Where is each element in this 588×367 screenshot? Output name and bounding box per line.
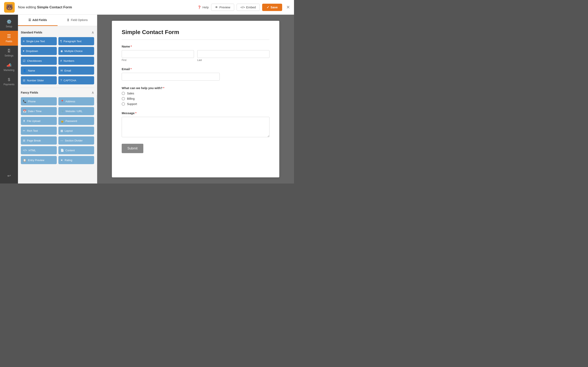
radio-label: What can we help you with?*: [122, 86, 269, 90]
gear-icon: ⚙️: [7, 19, 12, 24]
help-button[interactable]: ❓ Help: [198, 6, 209, 9]
multiple-choice-icon: ◉: [61, 49, 63, 53]
email-required-star: *: [130, 67, 132, 71]
save-button[interactable]: ✓ Save: [262, 4, 282, 11]
name-last-input[interactable]: [197, 50, 269, 58]
name-last-col: Last: [197, 50, 269, 62]
standard-fields-toggle[interactable]: ∧: [91, 30, 94, 35]
field-checkboxes[interactable]: ☑ Checkboxes: [21, 57, 57, 65]
email-input[interactable]: [122, 73, 220, 81]
radio-circle-support: [122, 102, 125, 106]
radio-option-support[interactable]: Support: [122, 102, 269, 106]
tab-add-fields[interactable]: ☰ Add Fields: [18, 15, 58, 26]
logo: 🐻: [4, 2, 15, 13]
settings-icon: 🎛: [7, 49, 11, 53]
field-address[interactable]: 📍 Address: [58, 97, 94, 105]
history-icon: ↩: [7, 173, 11, 178]
radio-required-star: *: [163, 86, 164, 90]
field-rich-text[interactable]: ✏ Rich Text: [21, 127, 57, 135]
field-date-time[interactable]: 📅 Date / Time: [21, 107, 57, 115]
paragraph-icon: ¶: [61, 40, 62, 43]
close-button[interactable]: ✕: [286, 5, 290, 10]
topbar: 🐻 Now editing Simple Contact Form ❓ Help…: [0, 0, 294, 15]
sidebar-item-history[interactable]: ↩: [0, 170, 18, 181]
submit-button[interactable]: Submit: [122, 144, 143, 153]
sidenav: ⚙️ Setup ☰ Fields 🎛 Settings 📣 Marketing…: [0, 15, 18, 184]
dropdown-icon: ▾: [23, 49, 24, 53]
sidebar-item-setup[interactable]: ⚙️ Setup: [0, 16, 18, 31]
message-label: Message*: [122, 111, 269, 115]
message-required-star: *: [135, 111, 136, 115]
help-icon: ❓: [198, 6, 201, 9]
field-file-upload[interactable]: ⬆ File Upload: [21, 117, 57, 125]
marketing-icon: 📣: [7, 63, 12, 68]
fancy-fields-toggle[interactable]: ∧: [91, 90, 94, 95]
upload-icon: ⬆: [23, 119, 25, 123]
embed-button[interactable]: </> Embed: [237, 4, 260, 11]
email-icon: ✉: [61, 69, 63, 72]
radio-group: Sales Billing Support: [122, 92, 269, 106]
form-title: Simple Contact Form: [122, 29, 269, 35]
radio-option-sales[interactable]: Sales: [122, 92, 269, 95]
field-single-line-text[interactable]: ≡ Single Line Text: [21, 37, 57, 45]
field-content[interactable]: 📄 Content: [58, 146, 94, 154]
topbar-actions: ❓ Help 👁 Preview </> Embed ✓ Save ✕: [198, 4, 290, 11]
checkmark-icon: ✓: [267, 6, 269, 9]
name-last-label: Last: [197, 59, 269, 62]
layout-icon: ▦: [61, 129, 63, 132]
sidebar-item-fields[interactable]: ☰ Fields: [0, 31, 18, 46]
form-field-radio: What can we help you with?* Sales Billin…: [122, 86, 269, 106]
field-layout[interactable]: ▦ Layout: [58, 127, 94, 135]
name-first-label: First: [122, 59, 194, 62]
preview-icon: 👁: [215, 6, 218, 9]
tab-field-options[interactable]: 🎛 Field Options: [58, 15, 97, 26]
standard-fields-grid: ≡ Single Line Text ¶ Paragraph Text ▾ Dr…: [21, 37, 94, 84]
standard-fields-header: Standard Fields ∧: [21, 30, 94, 35]
address-icon: 📍: [61, 100, 64, 103]
name-icon: 👤: [23, 69, 26, 72]
sidebar-item-marketing[interactable]: 📣 Marketing: [0, 60, 18, 75]
phone-icon: 📞: [23, 100, 26, 103]
field-html[interactable]: </> HTML: [21, 146, 57, 154]
captcha-icon: ?: [61, 79, 62, 82]
field-phone[interactable]: 📞 Phone: [21, 97, 57, 105]
preview-area: Simple Contact Form Name* First Last: [97, 15, 294, 184]
nav-bottom: ↩: [0, 170, 18, 184]
field-captcha[interactable]: ? CAPTCHA: [58, 76, 94, 84]
slider-icon: ⊟: [23, 79, 25, 82]
field-multiple-choice[interactable]: ◉ Multiple Choice: [58, 47, 94, 55]
form-divider: [122, 40, 269, 40]
rating-icon: ★: [61, 158, 63, 162]
field-page-break[interactable]: ⊞ Page Break: [21, 136, 57, 145]
panel-collapse-handle[interactable]: ‹: [96, 95, 97, 103]
checkboxes-icon: ☑: [23, 59, 26, 62]
field-password[interactable]: 🔒 Password: [58, 117, 94, 125]
field-website-url[interactable]: 🔗 Website / URL: [58, 107, 94, 115]
field-paragraph-text[interactable]: ¶ Paragraph Text: [58, 37, 94, 45]
page-break-icon: ⊞: [23, 139, 25, 142]
sidebar-item-fields-label: Fields: [6, 40, 12, 43]
sidebar-item-payments-label: Payments: [3, 83, 14, 86]
embed-icon: </>: [241, 6, 245, 9]
name-first-col: First: [122, 50, 194, 62]
field-email[interactable]: ✉ Email: [58, 67, 94, 75]
radio-circle-billing: [122, 97, 125, 100]
entry-preview-icon: 📋: [23, 158, 26, 162]
sidebar-item-settings[interactable]: 🎛 Settings: [0, 46, 18, 60]
name-first-input[interactable]: [122, 50, 194, 58]
sidebar-item-payments[interactable]: $ Payments: [0, 75, 18, 89]
datetime-icon: 📅: [23, 109, 26, 113]
field-name[interactable]: 👤 Name: [21, 67, 57, 75]
rich-text-icon: ✏: [23, 129, 25, 132]
field-entry-preview[interactable]: 📋 Entry Preview: [21, 156, 57, 164]
field-rating[interactable]: ★ Rating: [58, 156, 94, 164]
payments-icon: $: [8, 77, 10, 82]
field-number-slider[interactable]: ⊟ Number Slider: [21, 76, 57, 84]
message-textarea[interactable]: [122, 117, 269, 137]
preview-button[interactable]: 👁 Preview: [211, 4, 234, 11]
field-numbers[interactable]: # Numbers: [58, 57, 94, 65]
field-dropdown[interactable]: ▾ Dropdown: [21, 47, 57, 55]
content-icon: 📄: [61, 149, 64, 152]
radio-option-billing[interactable]: Billing: [122, 97, 269, 100]
field-section-divider[interactable]: — Section Divider: [58, 136, 94, 145]
